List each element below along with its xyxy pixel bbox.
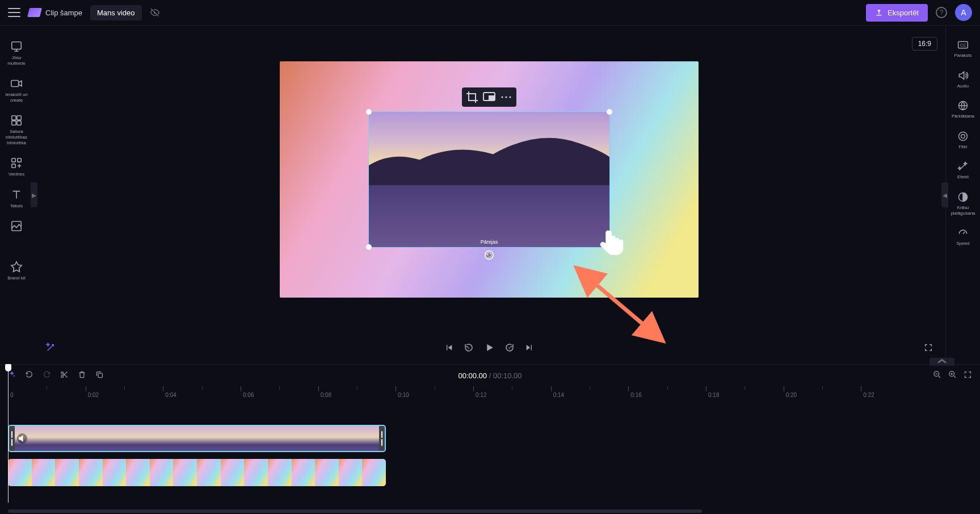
app-logo[interactable]: Clip šampe [28,8,82,17]
panel-item-audio[interactable]: Audio [946,64,980,95]
panel-item-speed[interactable]: Speed [946,222,980,252]
sidebar-item-label: Veidnes [9,172,24,177]
speaker-icon [957,70,969,81]
video-track-1[interactable] [8,425,972,452]
rotate-handle[interactable] [485,250,494,260]
canvas-area: 16:9 [33,26,946,364]
panel-item-color[interactable]: Krāsu pielāgošana [946,186,980,222]
panel-item-filters[interactable]: Filtri [946,125,980,156]
split-scissors-icon[interactable] [60,370,69,381]
sidebar-item-graphics[interactable] [0,214,33,240]
globe-icon [957,100,969,111]
timeline-panel: 00:00.00 / 00:10.00 00:020:040:060:080:1… [0,364,980,514]
clip-audio-icon[interactable] [17,433,27,444]
resize-handle-br[interactable] [607,244,612,250]
sidebar-item-record[interactable]: Ierakstīt un create [0,72,33,108]
export-button-label: Eksportēt [888,9,919,17]
background-clip[interactable] [8,459,386,486]
playhead-handle[interactable] [5,364,11,371]
app-name: Clip šampe [45,9,82,17]
aspect-ratio-chip[interactable]: 16:9 [912,37,937,51]
redo-icon[interactable] [43,370,51,381]
svg-rect-0 [12,42,22,49]
svg-rect-3 [17,116,21,120]
ruler-tick-label: 0:06 [243,392,254,398]
project-name-field[interactable]: Mans video [90,5,141,20]
magic-wand-icon[interactable] [45,342,56,355]
sidebar-item-text[interactable]: Teksts [0,183,33,215]
main-area: Jūsu multivide Ierakstīt un create Satur… [0,26,980,364]
visibility-off-icon[interactable] [150,7,160,18]
pip-button[interactable] [481,90,497,104]
ruler-tick-label: 0:16 [630,392,641,398]
sidebar-item-label: Satura bibliotēkas bibliotēka [2,129,31,145]
ruler-tick-label: 0:02 [88,392,99,398]
folder-icon [10,40,23,53]
rewind-5-icon[interactable]: 5 [464,342,474,355]
text-icon [10,189,23,201]
right-sidebar: CC Paraksts Audio Pārklāšana Filtri Efek… [946,26,980,364]
preview-wrap: 16:9 [33,26,945,333]
skip-end-icon[interactable] [525,343,534,354]
zoom-fit-icon[interactable] [964,370,972,381]
selected-clip-frame[interactable]: Pārejas [368,111,610,248]
zoom-out-icon[interactable] [933,370,941,381]
sidebar-item-label: Brand kit [7,275,26,281]
resize-handle-tl[interactable] [366,109,372,115]
svg-text:5: 5 [508,346,511,350]
video-track-2[interactable] [8,459,972,486]
timeline-scrollbar[interactable] [8,509,972,514]
export-button[interactable]: Eksportēt [866,4,928,22]
svg-rect-28 [98,373,103,378]
resize-handle-bl[interactable] [366,244,372,250]
sidebar-item-templates[interactable]: Veidnes [0,151,33,183]
menu-button[interactable] [8,6,20,19]
cc-icon: CC [957,39,969,51]
scrollbar-thumb[interactable] [8,509,702,513]
panel-item-label: Pārklāšana [952,114,974,119]
resize-handle-tr[interactable] [607,109,612,115]
ruler-tick-label: 0:22 [863,392,874,398]
sidebar-item-brandkit[interactable]: Brand kit [0,255,33,287]
crop-button[interactable] [464,90,480,104]
svg-rect-1 [11,81,19,87]
ruler-tick-label: 0:04 [165,392,176,398]
svg-point-23 [959,132,968,140]
duplicate-icon[interactable] [95,370,104,381]
clip-thumbnails [15,426,379,451]
video-stage[interactable]: Pārejas [280,61,699,298]
more-options-button[interactable] [498,90,514,104]
sidebar-item-label: Teksts [10,203,23,209]
right-sidebar-collapse-toggle[interactable]: ◂ [941,182,948,207]
video-clip-selected[interactable] [8,425,386,452]
fullscreen-icon[interactable] [924,343,933,354]
auto-compose-icon[interactable] [8,370,16,381]
timeline-expand-tab[interactable] [929,358,954,366]
timeline-ruler[interactable]: 00:020:040:060:080:100:120:140:160:180:2… [8,386,972,401]
skip-start-icon[interactable] [444,343,453,354]
panel-item-effects[interactable]: Efekti [946,155,980,186]
filters-icon [957,131,969,142]
user-avatar[interactable]: A [955,4,972,21]
svg-line-17 [579,270,660,339]
forward-5-icon[interactable]: 5 [504,342,515,355]
help-icon[interactable]: ? [936,7,947,18]
delete-trash-icon[interactable] [78,370,86,381]
undo-icon[interactable] [25,370,33,381]
templates-icon [10,157,23,169]
panel-item-captions[interactable]: CC Paraksts [946,34,980,64]
app-header: Clip šampe Mans video Eksportēt ? A [0,0,980,26]
clip-trim-right[interactable] [379,426,385,451]
panel-item-fade[interactable]: Pārklāšana [946,94,980,125]
play-button[interactable] [484,342,494,355]
brandkit-icon [10,261,23,273]
svg-rect-8 [12,164,15,168]
sidebar-item-label: Jūsu multivide [2,55,31,66]
zoom-in-icon[interactable] [948,370,957,381]
svg-point-24 [961,134,965,138]
sidebar-item-library[interactable]: Satura bibliotēkas bibliotēka [0,108,33,151]
sidebar-item-media[interactable]: Jūsu multivide [0,35,33,72]
panel-item-label: Speed [956,241,969,246]
clip-trim-left[interactable] [9,426,15,451]
playhead[interactable] [8,365,9,503]
